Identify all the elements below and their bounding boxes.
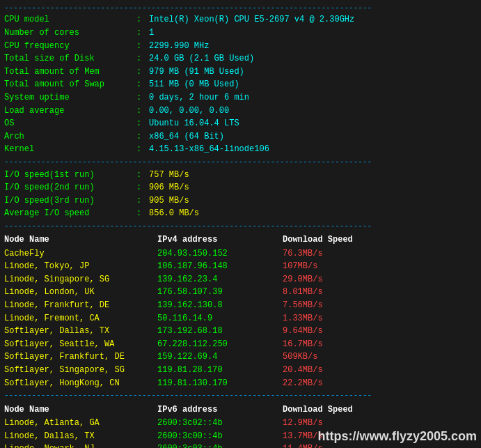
mem-label: Total amount of Mem bbox=[4, 65, 136, 79]
arch-label: Arch bbox=[4, 130, 136, 144]
io2-label: I/O speed(2nd run) bbox=[4, 181, 136, 194]
ipv4-col-node: Node Name bbox=[4, 233, 157, 247]
io2-value: 906 MB/s bbox=[149, 181, 189, 194]
freq-label: CPU frequency bbox=[4, 40, 136, 53]
cpu-row: CPU model : Intel(R) Xeon(R) CPU E5-2697… bbox=[4, 13, 477, 26]
mem-value: 979 MB (91 MB Used) bbox=[149, 65, 244, 79]
disk-row: Total size of Disk : 24.0 GB (2.1 GB Use… bbox=[4, 52, 477, 65]
cell-node: Linode, Singapore, SG bbox=[4, 273, 157, 286]
io3-colon: : bbox=[136, 194, 149, 208]
table-row: Linode, Singapore, SG 139.162.23.4 29.0M… bbox=[4, 273, 477, 286]
ipv6-col-node: Node Name bbox=[4, 403, 157, 417]
load-colon: : bbox=[136, 105, 149, 118]
terminal: ----------------------------------------… bbox=[0, 0, 481, 448]
disk-label: Total size of Disk bbox=[4, 52, 136, 65]
cell-node: Linode, London, UK bbox=[4, 286, 157, 299]
cpu-label: CPU model bbox=[4, 13, 136, 26]
ipv4-header: Node Name IPv4 address Download Speed bbox=[4, 233, 477, 247]
cell-speed: 1.33MB/s bbox=[283, 312, 387, 325]
ipv4-rows: CacheFly 204.93.150.152 76.3MB/s Linode,… bbox=[4, 247, 477, 390]
table-row: Softlayer, Frankfurt, DE 159.122.69.4 50… bbox=[4, 350, 477, 364]
cell-ip: 119.81.130.170 bbox=[157, 377, 283, 390]
io1-label: I/O speed(1st run) bbox=[4, 169, 136, 182]
cell-node: Softlayer, HongKong, CN bbox=[4, 377, 157, 390]
cell-ip: 176.58.107.39 bbox=[157, 286, 283, 299]
cell-node: Linode, Dallas, TX bbox=[4, 430, 157, 443]
freq-colon: : bbox=[136, 40, 149, 53]
cell-speed: 20.4MB/s bbox=[283, 364, 387, 377]
os-colon: : bbox=[136, 117, 149, 130]
cell-speed: 8.01MB/s bbox=[283, 286, 387, 299]
io3-row: I/O speed(3rd run) : 905 MB/s bbox=[4, 194, 477, 208]
table-row: Softlayer, Dallas, TX 173.192.68.18 9.64… bbox=[4, 325, 477, 338]
ipv6-col-speed: Download Speed bbox=[283, 403, 387, 417]
arch-colon: : bbox=[136, 130, 149, 144]
os-row: OS : Ubuntu 16.04.4 LTS bbox=[4, 117, 477, 130]
kernel-colon: : bbox=[136, 143, 149, 156]
kernel-label: Kernel bbox=[4, 143, 136, 156]
io1-value: 757 MB/s bbox=[149, 169, 189, 182]
cpu-value: Intel(R) Xeon(R) CPU E5-2697 v4 @ 2.30GH… bbox=[149, 13, 354, 26]
divider-1: ----------------------------------------… bbox=[4, 156, 477, 169]
cell-ip: 106.187.96.148 bbox=[157, 260, 283, 273]
cell-ip: 50.116.14.9 bbox=[157, 312, 283, 325]
io-avg-colon: : bbox=[136, 207, 149, 220]
cell-ip: 159.122.69.4 bbox=[157, 350, 283, 364]
table-row: Linode, Frankfurt, DE 139.162.130.8 7.56… bbox=[4, 299, 477, 312]
mem-row: Total amount of Mem : 979 MB (91 MB Used… bbox=[4, 65, 477, 79]
arch-value: x86_64 (64 Bit) bbox=[149, 130, 224, 144]
watermark: https://www.flyzy2005.com bbox=[318, 429, 477, 444]
cell-speed: 76.3MB/s bbox=[283, 247, 387, 261]
uptime-label: System uptime bbox=[4, 91, 136, 105]
cell-ip: 2600:3c02::4b bbox=[157, 417, 283, 430]
mem-colon: : bbox=[136, 65, 149, 79]
top-border: ----------------------------------------… bbox=[4, 3, 477, 13]
cell-ip: 204.93.150.152 bbox=[157, 247, 283, 261]
cell-speed: 9.64MB/s bbox=[283, 325, 387, 338]
freq-row: CPU frequency : 2299.990 MHz bbox=[4, 40, 477, 53]
cores-label: Number of cores bbox=[4, 26, 136, 40]
cell-node: Linode, Atlanta, GA bbox=[4, 417, 157, 430]
cell-speed: 7.56MB/s bbox=[283, 299, 387, 312]
cpu-colon: : bbox=[136, 13, 149, 26]
cores-colon: : bbox=[136, 26, 149, 40]
kernel-value: 4.15.13-x86_64-linode106 bbox=[149, 143, 269, 156]
io1-row: I/O speed(1st run) : 757 MB/s bbox=[4, 169, 477, 182]
os-label: OS bbox=[4, 117, 136, 130]
cell-ip: 67.228.112.250 bbox=[157, 338, 283, 351]
uptime-colon: : bbox=[136, 91, 149, 105]
cell-speed: 107MB/s bbox=[283, 260, 387, 273]
divider-2: ----------------------------------------… bbox=[4, 220, 477, 233]
arch-row: Arch : x86_64 (64 Bit) bbox=[4, 130, 477, 144]
io2-row: I/O speed(2nd run) : 906 MB/s bbox=[4, 181, 477, 194]
divider-3: ----------------------------------------… bbox=[4, 389, 477, 402]
swap-label: Total amount of Swap bbox=[4, 78, 136, 91]
uptime-row: System uptime : 0 days, 2 hour 6 min bbox=[4, 91, 477, 105]
cell-node: Softlayer, Singapore, SG bbox=[4, 364, 157, 377]
swap-row: Total amount of Swap : 511 MB (0 MB Used… bbox=[4, 78, 477, 91]
ipv6-header: Node Name IPv6 address Download Speed bbox=[4, 403, 477, 417]
io-avg-row: Average I/O speed : 856.0 MB/s bbox=[4, 207, 477, 220]
load-row: Load average : 0.00, 0.00, 0.00 bbox=[4, 105, 477, 118]
cell-node: Linode, Fremont, CA bbox=[4, 312, 157, 325]
table-row: Linode, London, UK 176.58.107.39 8.01MB/… bbox=[4, 286, 477, 299]
swap-colon: : bbox=[136, 78, 149, 91]
cell-speed: 509KB/s bbox=[283, 350, 387, 364]
cell-ip: 173.192.68.18 bbox=[157, 325, 283, 338]
cell-ip: 2600:3c03::4b bbox=[157, 442, 283, 448]
os-value: Ubuntu 16.04.4 LTS bbox=[149, 117, 239, 130]
cell-ip: 139.162.23.4 bbox=[157, 273, 283, 286]
cell-node: Linode, Tokyo, JP bbox=[4, 260, 157, 273]
table-row: Linode, Atlanta, GA 2600:3c02::4b 12.9MB… bbox=[4, 417, 477, 430]
load-value: 0.00, 0.00, 0.00 bbox=[149, 105, 229, 118]
disk-value: 24.0 GB (2.1 GB Used) bbox=[149, 52, 254, 65]
table-row: CacheFly 204.93.150.152 76.3MB/s bbox=[4, 247, 477, 261]
table-row: Softlayer, Singapore, SG 119.81.28.170 2… bbox=[4, 364, 477, 377]
cell-node: Softlayer, Dallas, TX bbox=[4, 325, 157, 338]
cell-speed: 29.0MB/s bbox=[283, 273, 387, 286]
io2-colon: : bbox=[136, 181, 149, 194]
ipv6-col-ip: IPv6 address bbox=[157, 403, 283, 417]
cell-ip: 119.81.28.170 bbox=[157, 364, 283, 377]
io-avg-value: 856.0 MB/s bbox=[149, 207, 199, 220]
kernel-row: Kernel : 4.15.13-x86_64-linode106 bbox=[4, 143, 477, 156]
